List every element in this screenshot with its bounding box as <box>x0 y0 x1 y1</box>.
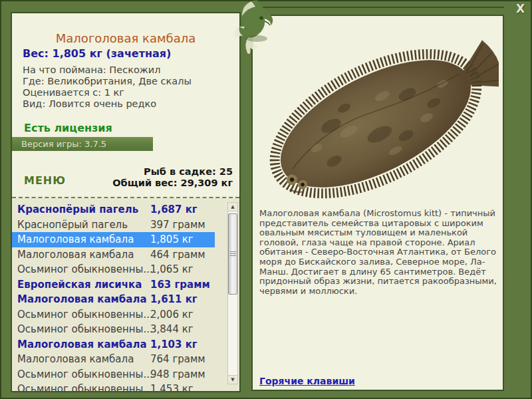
fish-weight: 1,805 кг <box>150 232 194 247</box>
version-label: Версия игры: 3.7.5 <box>21 139 106 149</box>
fish-weight: 2,006 кг <box>150 307 194 323</box>
scrollbar[interactable]: ▲ ▼ <box>227 202 238 384</box>
fish-weight: 397 грамм <box>150 217 205 233</box>
fish-name: Малоголовая камбала <box>17 233 134 245</box>
fish-weight: 1,687 кг <box>150 202 198 217</box>
fish-name: Осьминог обыкновенны... <box>17 368 153 380</box>
fish-weight: 3,844 кг <box>150 322 194 337</box>
close-button[interactable]: X <box>516 3 525 15</box>
scroll-grip-icon <box>230 251 236 257</box>
fish-name: Осьминог обыкновенны... <box>17 263 153 275</box>
fish-weight: 1,103 кг <box>150 337 198 352</box>
fish-details: На что поймана: Пескожил Где: Великобрит… <box>23 65 192 110</box>
catch-list-box: Краснопёрый пагель1,687 кгКраснопёрый па… <box>12 198 239 391</box>
counters: Рыб в садке: 25 Общий вес: 29,309 кг <box>112 166 233 189</box>
fish-description: Малоголовая камбала (Microstomus kitt) -… <box>259 209 500 296</box>
scroll-up-button[interactable]: ▲ <box>228 203 237 211</box>
scroll-thumb[interactable] <box>228 213 237 295</box>
counter-fish-count: Рыб в садке: 25 <box>112 166 233 178</box>
list-item[interactable]: Осьминог обыкновенны...2,006 кг <box>12 307 215 323</box>
list-item[interactable]: Осьминог обыкновенны...1.453 кг <box>12 382 215 391</box>
fish-weight: 1,611 кг <box>150 292 198 307</box>
weight-line: Вес: 1,805 кг (зачетная) <box>23 47 171 60</box>
list-item[interactable]: Осьминог обыкновенны...1,065 кг <box>12 262 215 277</box>
fish-title: Малоголовая камбала <box>12 31 239 45</box>
fish-weight: 764 грамм <box>150 352 205 367</box>
hotkeys-link[interactable]: Горячие клавиши <box>259 376 355 386</box>
fish-name: Малоголовая камбала <box>17 353 134 365</box>
list-item[interactable]: Европейская лисичка163 грамм <box>12 277 215 293</box>
fish-weight: 1.453 кг <box>150 382 194 391</box>
list-item[interactable]: Осьминог обыкновенны...948 грамм <box>12 367 215 382</box>
list-item[interactable]: Малоголовая камбала764 грамм <box>12 352 215 367</box>
fish-image <box>262 36 499 206</box>
list-item[interactable]: Краснопёрый пагель397 грамм <box>12 217 215 233</box>
fish-name: Осьминог обыкновенны... <box>17 309 153 321</box>
fish-weight: 163 грамм <box>150 277 210 293</box>
license-status: Есть лицензия <box>24 122 112 134</box>
fish-name: Малоголовая камбала <box>17 293 147 305</box>
fish-name: Осьминог обыкновенны... <box>17 323 153 335</box>
list-item[interactable]: Малоголовая камбала1,805 кг <box>12 232 215 247</box>
list-item[interactable]: Малоголовая камбала1,611 кг <box>12 292 215 307</box>
right-panel: Малоголовая камбала (Microstomus kitt) -… <box>251 15 504 391</box>
list-item[interactable]: Малоголовая камбала464 грамм <box>12 247 215 263</box>
list-item[interactable]: Краснопёрый пагель1,687 кг <box>12 202 215 217</box>
counter-total-weight: Общий вес: 29,309 кг <box>112 178 233 189</box>
frame-groove <box>245 7 504 8</box>
menu-button[interactable]: МЕНЮ <box>24 174 66 187</box>
fish-weight: 464 грамм <box>150 247 205 263</box>
fish-name: Осьминог обыкновенны... <box>17 383 153 391</box>
fish-logo-icon <box>229 0 277 57</box>
list-item[interactable]: Осьминог обыкновенны...3,844 кг <box>12 322 215 337</box>
scroll-down-button[interactable]: ▼ <box>228 375 237 384</box>
detail-bait: На что поймана: Пескожил <box>23 65 192 76</box>
fish-name: Краснопёрый пагель <box>17 203 138 215</box>
catch-list[interactable]: Краснопёрый пагель1,687 кгКраснопёрый па… <box>12 202 225 391</box>
fish-weight: 948 грамм <box>150 367 205 382</box>
left-panel: Малоголовая камбала Вес: 1,805 кг (зачет… <box>11 12 241 392</box>
fish-name: Малоголовая камбала <box>17 249 134 261</box>
fish-name: Малоголовая камбала <box>17 338 147 350</box>
detail-rarity: Вид: Ловится очень редко <box>23 98 192 110</box>
detail-min-weight: Оценивается с: 1 кг <box>23 87 192 98</box>
fish-weight: 1,065 кг <box>150 262 194 277</box>
fish-name: Европейская лисичка <box>17 279 142 291</box>
list-item[interactable]: Малоголовая камбала1,103 кг <box>12 337 215 352</box>
version-bar: Версия игры: 3.7.5 <box>12 137 153 151</box>
fish-name: Краснопёрый пагель <box>17 219 128 231</box>
detail-location: Где: Великобритания, Две скалы <box>23 76 192 87</box>
